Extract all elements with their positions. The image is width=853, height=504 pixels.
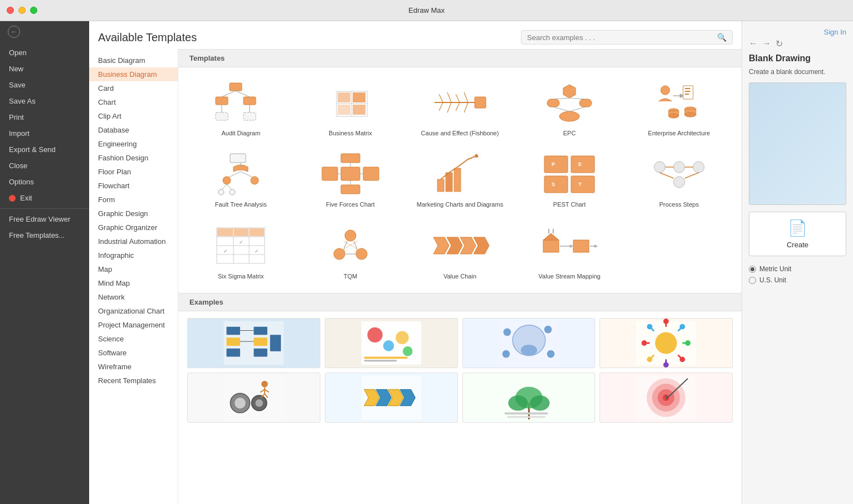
- sidebar-item-options[interactable]: Options: [0, 174, 89, 190]
- cat-form[interactable]: Form: [89, 193, 178, 207]
- example-2[interactable]: [325, 318, 458, 368]
- us-unit-option[interactable]: U.S. Unit: [749, 276, 846, 284]
- svg-rect-71: [544, 156, 568, 173]
- template-audit-diagram[interactable]: Audit Diagram: [187, 74, 295, 143]
- cat-graphic-org[interactable]: Graphic Organizer: [89, 221, 178, 234]
- svg-line-25: [464, 102, 468, 112]
- sidebar-item-exit[interactable]: Exit: [0, 190, 89, 206]
- sidebar-item-save-as[interactable]: Save As: [0, 93, 89, 109]
- svg-text:T: T: [578, 182, 582, 187]
- template-business-matrix[interactable]: Business Matrix: [297, 74, 404, 143]
- print-label: Print: [9, 113, 24, 121]
- cat-network[interactable]: Network: [89, 290, 178, 304]
- svg-line-19: [447, 92, 451, 102]
- example-4[interactable]: [599, 318, 733, 368]
- cat-clip-art[interactable]: Clip Art: [89, 109, 178, 123]
- content-area: Available Templates 🔍 Basic Diagram Busi…: [89, 21, 853, 504]
- svg-point-81: [693, 162, 704, 173]
- template-enterprise[interactable]: Enterprise Architecture: [625, 74, 733, 143]
- sidebar-item-export[interactable]: Export & Send: [0, 141, 89, 158]
- sidebar-item-new[interactable]: New: [0, 61, 89, 77]
- sign-in-button[interactable]: Sign In: [749, 28, 846, 36]
- cat-basic-diagram[interactable]: Basic Diagram: [89, 53, 178, 67]
- epc-label: EPC: [563, 129, 576, 137]
- cat-software[interactable]: Software: [89, 346, 178, 360]
- template-tqm[interactable]: TQM: [297, 217, 404, 286]
- us-radio[interactable]: [749, 277, 756, 284]
- svg-rect-38: [685, 88, 690, 89]
- svg-point-162: [642, 340, 647, 346]
- search-bar[interactable]: 🔍: [521, 30, 733, 45]
- metric-radio[interactable]: [749, 266, 756, 273]
- nav-forward-arrow[interactable]: →: [762, 38, 771, 49]
- svg-rect-138: [364, 360, 397, 361]
- svg-line-86: [660, 173, 674, 178]
- svg-point-168: [255, 399, 263, 407]
- sidebar-divider: [0, 208, 89, 209]
- svg-point-142: [503, 328, 511, 336]
- cat-card[interactable]: Card: [89, 81, 178, 95]
- cat-map[interactable]: Map: [89, 262, 178, 276]
- cat-fashion[interactable]: Fashion Design: [89, 151, 178, 165]
- cat-infographic[interactable]: Infographic: [89, 248, 178, 262]
- cat-org-chart[interactable]: Organizational Chart: [89, 304, 178, 318]
- template-marketing-charts[interactable]: Marketing Charts and Diagrams: [406, 145, 514, 214]
- cat-science[interactable]: Science: [89, 332, 178, 346]
- cause-effect-label: Cause and Effect (Fishbone): [421, 129, 499, 137]
- templates-panel: Available Templates 🔍 Basic Diagram Busi…: [89, 21, 742, 504]
- template-five-forces[interactable]: Five Forces Chart: [297, 145, 404, 214]
- cat-project[interactable]: Project Management: [89, 318, 178, 332]
- example-1[interactable]: [187, 318, 320, 368]
- cat-engineering[interactable]: Engineering: [89, 137, 178, 151]
- template-value-stream[interactable]: Value Stream Mapping: [516, 217, 623, 286]
- example-5[interactable]: [187, 373, 320, 423]
- template-six-sigma[interactable]: ✓ ✓ ✓ Six Sigma Matrix: [187, 217, 295, 286]
- fullscreen-window-button[interactable]: [30, 7, 37, 14]
- svg-rect-60: [341, 185, 360, 194]
- example-7[interactable]: [462, 373, 596, 423]
- sidebar-item-open[interactable]: Open: [0, 45, 89, 61]
- sidebar-item-print[interactable]: Print: [0, 109, 89, 125]
- nav-back-arrow[interactable]: ←: [749, 38, 758, 49]
- minimize-window-button[interactable]: [18, 7, 26, 14]
- sidebar-item-free-templates[interactable]: Free Templates...: [0, 227, 89, 243]
- svg-marker-114: [543, 233, 559, 240]
- metric-unit-option[interactable]: Metric Unit: [749, 265, 846, 273]
- template-pest[interactable]: P E S T PEST Chart: [516, 145, 623, 214]
- create-button[interactable]: 📄 Create: [749, 212, 846, 256]
- back-button[interactable]: ←: [0, 21, 89, 42]
- sidebar-item-import[interactable]: Import: [0, 125, 89, 141]
- template-fault-tree[interactable]: Fault Tree Analysis: [187, 145, 295, 214]
- search-input[interactable]: [527, 33, 717, 42]
- close-window-button[interactable]: [7, 7, 14, 14]
- svg-line-18: [439, 94, 443, 102]
- cat-floor-plan[interactable]: Floor Plan: [89, 165, 178, 179]
- svg-point-136: [403, 346, 413, 356]
- options-label: Options: [9, 178, 34, 186]
- exit-icon: [9, 195, 16, 202]
- nav-refresh-arrow[interactable]: ↻: [776, 38, 783, 49]
- cat-business-diagram[interactable]: Business Diagram: [89, 67, 178, 81]
- cat-wireframe[interactable]: Wireframe: [89, 360, 178, 374]
- example-8[interactable]: [599, 373, 733, 423]
- template-value-chain[interactable]: Value Chain: [406, 217, 514, 286]
- template-cause-effect[interactable]: Cause and Effect (Fishbone): [406, 74, 514, 143]
- sidebar-item-save[interactable]: Save: [0, 77, 89, 93]
- cat-industrial[interactable]: Industrial Automation: [89, 234, 178, 248]
- svg-rect-137: [364, 356, 407, 359]
- cat-recent[interactable]: Recent Templates: [89, 374, 178, 388]
- example-6[interactable]: [325, 373, 458, 423]
- cat-mind-map[interactable]: Mind Map: [89, 276, 178, 290]
- svg-rect-3: [216, 112, 228, 120]
- cat-chart[interactable]: Chart: [89, 95, 178, 109]
- template-process-steps[interactable]: Process Steps: [625, 145, 733, 214]
- example-3[interactable]: [462, 318, 596, 368]
- cat-database[interactable]: Database: [89, 123, 178, 137]
- svg-point-183: [508, 395, 528, 410]
- sidebar-item-close[interactable]: Close: [0, 158, 89, 174]
- cat-graphic-design[interactable]: Graphic Design: [89, 207, 178, 221]
- template-epc[interactable]: EPC: [516, 74, 623, 143]
- svg-rect-72: [571, 156, 594, 173]
- cat-flowchart[interactable]: Flowchart: [89, 179, 178, 193]
- sidebar-item-free-viewer[interactable]: Free Edraw Viewer: [0, 211, 89, 227]
